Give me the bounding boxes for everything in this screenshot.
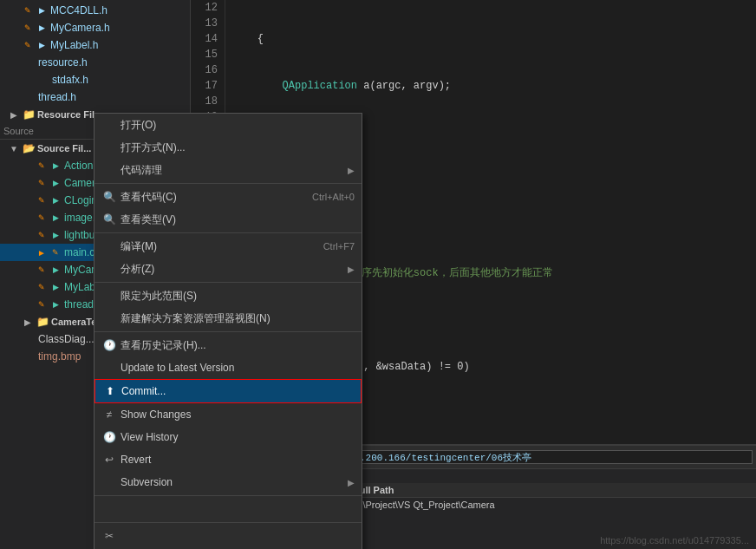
menu-analyze[interactable]: 分析(Z) ▶ [94,258,362,280]
separator-3 [94,282,362,283]
codeclean-arrow: ▶ [348,166,355,175]
showchanges-icon: ≠ [101,407,117,422]
newsolution-icon [101,310,117,326]
svn-icon-action: ✎ [35,159,49,173]
context-menu: 打开(O) 打开方式(N)... 代码清理 ▶ 🔍 查看代码(C) Ctrl+A… [94,113,362,549]
separator-2 [94,232,362,233]
separator-4 [94,331,362,332]
svn-icon-mycam2: ✎ [35,263,49,277]
analyze-icon [101,261,117,277]
menu-revert[interactable]: ↩ Revert [94,448,362,471]
menu-codeclean[interactable]: 代码清理 ▶ [94,159,362,181]
menu-openmode[interactable]: 打开方式(N)... [94,136,362,159]
menu-showchanges-label: Show Changes [121,408,191,421]
tree-item-thread[interactable]: thread.h [0,88,190,106]
svn-icon-image: ✎ [35,211,49,225]
tree-item-mylabel[interactable]: ✎ ▶ MyLabel.h [0,36,190,54]
menu-viewtype[interactable]: 🔍 查看类型(V) [94,208,362,231]
expand-icon-cam: ▶ [49,176,62,190]
menu-history-label: 查看历史记录(H)... [121,338,206,353]
exclude-icon [101,501,117,517]
menu-compile[interactable]: 编译(M) Ctrl+F7 [94,235,362,258]
openmode-icon [101,140,117,155]
limitscope-icon [101,288,117,304]
folder-icon: 📁 [22,108,36,121]
expand-icon-mycam2: ▶ [49,263,62,277]
menu-showchanges[interactable]: ≠ Show Changes [94,403,362,426]
revert-icon: ↩ [101,452,117,467]
code-line-13: QApplication a(argc, argv); [232,78,749,94]
menu-limitscope[interactable]: 限定为此范围(S) [94,284,362,307]
menu-open[interactable]: 打开(O) [94,114,362,136]
svn-modified-icon: ✎ [21,3,35,17]
tree-label6: thread.h [38,91,76,103]
file-icon [21,56,36,69]
menu-history[interactable]: 🕐 查看历史记录(H)... [94,334,362,356]
menu-limitscope-label: 限定为此范围(S) [121,289,197,304]
file-icon2 [35,73,50,87]
tree-item-resource[interactable]: resource.h [0,54,190,71]
analyze-arrow: ▶ [348,265,355,274]
menu-compile-label: 编译(M) [121,239,157,254]
menu-commit-label: Commit... [121,385,166,397]
viewcode-shortcut: Ctrl+Alt+0 [312,192,355,202]
menu-viewhistory[interactable]: 🕐 View History [94,426,362,448]
tree-label4: resource.h [38,56,88,69]
file-icon3 [21,90,36,104]
expand-icon: ▶ [35,3,49,17]
folder-open-icon: 📂 [22,141,36,155]
svn-icon-thread2: ✎ [35,297,49,311]
menu-exclude[interactable] [94,498,362,520]
menu-commit[interactable]: ⬆ Commit... [94,379,362,403]
svn-icon-main: ✎ [49,245,62,259]
expand-icon-action: ▶ [49,159,62,173]
compile-shortcut: Ctrl+F7 [323,241,355,252]
menu-newsolution-label: 新建解决方案资源管理器视图(N) [121,311,270,326]
tree-label2: MyCamera.h [50,22,110,34]
svn-icon-camera: ✎ [35,176,49,190]
watermark: https://blog.csdn.net/u014779335... [600,535,749,546]
tree-label: MCC4DLL.h [50,4,108,16]
tree-label8: Source Fil... [37,143,91,154]
arrow-down-icon: ▼ [7,141,21,155]
tree-item-mycamera[interactable]: ✎ ▶ MyCamera.h [0,19,190,36]
arrow-icon-ct: ▶ [21,315,35,329]
file-icon-cd [21,332,36,346]
menu-subversion[interactable]: Subversion ▶ [94,471,362,493]
menu-analyze-label: 分析(Z) [121,262,154,277]
viewtype-icon: 🔍 [101,212,117,227]
menu-openmode-label: 打开方式(N)... [121,141,186,155]
folder-icon-ct: 📁 [36,315,49,329]
menu-revert-label: Revert [121,454,151,466]
separator-5 [94,495,362,496]
expand-icon-light: ▶ [49,228,62,242]
arrow-right-icon: ▶ [7,108,21,121]
code-line-12: { [232,31,749,47]
menu-viewcode[interactable]: 🔍 查看代码(C) Ctrl+Alt+0 [94,186,362,208]
tree-label19: ClassDiag... [38,333,94,345]
subversion-arrow: ▶ [348,478,355,487]
menu-viewhistory-label: View History [121,431,178,443]
menu-viewtype-label: 查看类型(V) [121,212,176,227]
expand-icon-mylab: ▶ [49,280,62,294]
expand-icon-image: ▶ [49,211,62,225]
svn-icon-lightbu: ✎ [35,228,49,242]
file-icon-timg [21,350,36,363]
cut-icon: ✂ [101,528,117,544]
menu-cut[interactable]: ✂ [94,525,362,547]
viewhistory-icon: 🕐 [101,429,117,445]
svn-modified-icon2: ✎ [21,21,35,35]
tree-item-mcc4dll[interactable]: ✎ ▶ MCC4DLL.h [0,2,190,19]
expand-icon2: ▶ [35,21,49,35]
expand-icon-clogin: ▶ [49,193,62,207]
menu-open-label: 打开(O) [121,118,156,133]
menu-update[interactable]: Update to Latest Version [94,356,362,379]
menu-newsolution[interactable]: 新建解决方案资源管理器视图(N) [94,307,362,330]
tree-item-stdafx[interactable]: stdafx.h [0,71,190,88]
subversion-icon [101,474,117,490]
separator-1 [94,183,362,184]
svn-url-input[interactable] [298,450,753,464]
menu-viewcode-label: 查看代码(C) [121,190,177,205]
tree-label20: timg.bmp [38,350,81,363]
selected-icon: ► [35,245,49,259]
